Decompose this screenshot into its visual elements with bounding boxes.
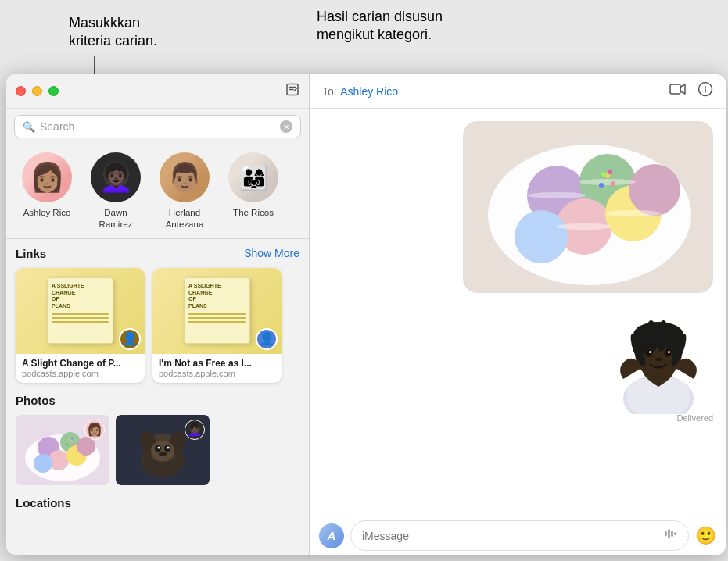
sidebar: 🔍 ✕ 👩🏽 Ashley Rico 👩🏿‍🦱 Dawn Ramirez 👨 — [6, 74, 310, 555]
svg-rect-62 — [668, 529, 670, 538]
link-card-2[interactable]: A SSLIGHTECHANGEOFPLANS 👤 — [152, 268, 282, 383]
conversation-actions — [669, 81, 713, 101]
contact-ashley[interactable]: 👩🏽 Ashley Rico — [13, 152, 81, 230]
photos-grid: 👩🏽 — [16, 415, 299, 485]
avatar-ricos: 👨‍👩‍👧 — [228, 152, 278, 202]
conversation-panel: To: Ashley Rico — [310, 74, 726, 555]
svg-point-44 — [601, 172, 606, 177]
svg-point-38 — [556, 223, 612, 230]
link-card-image-1: A SSLIGHTECHANGEOFPLANS 👤 — [16, 268, 145, 354]
info-button[interactable] — [698, 81, 713, 101]
photos-section-title: Photos — [16, 394, 56, 407]
contact-name-herland: Herland Antezana — [166, 207, 204, 230]
conversation-header: To: Ashley Rico — [310, 74, 726, 109]
svg-rect-64 — [674, 532, 676, 535]
link-card-title-2: I'm Not as Free as I... — [159, 358, 275, 369]
contact-ricos[interactable]: 👨‍👩‍👧 The Ricos — [219, 152, 288, 230]
avatar-dawn: 👩🏿‍🦱 — [91, 152, 141, 202]
traffic-lights — [16, 86, 59, 96]
compose-button[interactable] — [285, 82, 299, 100]
svg-point-23 — [159, 452, 167, 456]
links-section-header: Links Show More — [16, 247, 299, 260]
conversation-messages: Delivered — [310, 109, 726, 516]
svg-point-7 — [34, 454, 52, 473]
svg-rect-24 — [670, 84, 680, 94]
svg-point-12 — [71, 437, 74, 439]
svg-point-56 — [646, 350, 653, 357]
svg-point-26 — [705, 86, 706, 88]
input-bar: A 🙂 — [310, 516, 726, 555]
svg-rect-63 — [671, 531, 673, 537]
podcast-avatar-1: 👤 — [119, 328, 141, 350]
avatar-herland: 👨🏽 — [160, 152, 210, 202]
svg-rect-61 — [665, 531, 667, 536]
avatar-ashley: 👩🏽 — [22, 152, 72, 202]
svg-point-41 — [611, 181, 615, 186]
photos-section-header: Photos — [16, 394, 299, 407]
emoji-button[interactable]: 🙂 — [695, 526, 716, 546]
link-card-title-1: A Slight Change of P... — [22, 358, 138, 369]
photo-avatar-macarons: 👩🏽 — [84, 420, 105, 440]
photo-macarons[interactable]: 👩🏽 — [16, 415, 109, 485]
link-card-url-2: podcasts.apple.com — [159, 369, 275, 378]
conversation-to: To: Ashley Rico — [322, 84, 398, 98]
svg-point-58 — [649, 351, 651, 353]
contact-herland[interactable]: 👨🏽 Herland Antezana — [150, 152, 219, 230]
minimize-button[interactable] — [32, 86, 42, 96]
svg-point-37 — [579, 179, 636, 185]
podcast-avatar-2: 👤 — [256, 328, 278, 350]
contact-dawn[interactable]: 👩🏿‍🦱 Dawn Ramirez — [81, 152, 150, 230]
link-card-image-2: A SSLIGHTECHANGEOFPLANS 👤 — [152, 268, 282, 354]
podcast-note-1: A SSLIGHTECHANGEOFPLANS — [47, 277, 113, 344]
fullscreen-button[interactable] — [48, 86, 59, 96]
app-store-button[interactable]: A — [319, 523, 344, 548]
links-section-title: Links — [16, 247, 46, 260]
conversation-contact-name: Ashley Rico — [340, 85, 398, 98]
links-section: Links Show More A SSLIGHTECHANGEOFPLANS — [6, 239, 309, 388]
svg-point-42 — [599, 183, 604, 188]
links-grid: A SSLIGHTECHANGEOFPLANS 👤 — [16, 268, 299, 383]
link-card-url-1: podcasts.apple.com — [22, 369, 138, 378]
callout-left: Masukkkan kriteria carian. — [69, 14, 157, 51]
contact-name-ashley: Ashley Rico — [23, 207, 71, 219]
svg-point-36 — [527, 192, 586, 198]
svg-point-34 — [515, 210, 568, 263]
callout-right: Hasil carian disusun mengikut kategori. — [317, 8, 443, 45]
search-icon: 🔍 — [23, 121, 35, 133]
link-card-1[interactable]: A SSLIGHTECHANGEOFPLANS 👤 — [16, 268, 145, 383]
photo-dog[interactable]: 👩🏿‍🦱 — [116, 415, 210, 485]
link-card-info-1: A Slight Change of P... podcasts.apple.c… — [16, 354, 145, 383]
message-input-wrap[interactable] — [350, 520, 689, 551]
message-input[interactable] — [362, 530, 663, 542]
to-label: To: — [322, 85, 337, 98]
podcast-note-2: A SSLIGHTECHANGEOFPLANS — [184, 277, 250, 344]
video-call-button[interactable] — [669, 83, 687, 99]
svg-point-10 — [73, 442, 75, 445]
search-bar[interactable]: 🔍 ✕ — [14, 115, 301, 138]
locations-section-title: Locations — [6, 490, 309, 513]
svg-point-57 — [665, 350, 672, 357]
photos-section: Photos — [6, 388, 309, 490]
memoji-sticker — [604, 301, 713, 410]
contact-name-ricos: The Ricos — [233, 207, 274, 219]
svg-point-43 — [608, 170, 612, 174]
svg-point-22 — [167, 446, 170, 448]
delivered-label: Delivered — [677, 413, 713, 423]
image-message — [463, 121, 713, 293]
svg-point-35 — [629, 164, 680, 216]
svg-point-11 — [66, 443, 69, 445]
svg-point-59 — [668, 351, 670, 353]
titlebar — [6, 74, 309, 109]
contact-name-dawn: Dawn Ramirez — [99, 207, 133, 230]
contacts-row: 👩🏽 Ashley Rico 👩🏿‍🦱 Dawn Ramirez 👨🏽 Herl… — [6, 145, 309, 238]
show-more-button[interactable]: Show More — [244, 247, 299, 259]
memoji-message: Delivered — [604, 301, 713, 423]
close-button[interactable] — [16, 86, 26, 96]
photo-avatar-dog: 👩🏿‍🦱 — [185, 420, 205, 440]
locations-section: Locations — [6, 490, 309, 513]
search-input[interactable] — [40, 120, 275, 133]
clear-search-button[interactable]: ✕ — [280, 120, 292, 133]
podcast-cover-2: A SSLIGHTECHANGEOFPLANS 👤 — [152, 268, 282, 354]
podcast-cover-1: A SSLIGHTECHANGEOFPLANS 👤 — [16, 268, 145, 354]
audio-button[interactable] — [663, 527, 677, 545]
